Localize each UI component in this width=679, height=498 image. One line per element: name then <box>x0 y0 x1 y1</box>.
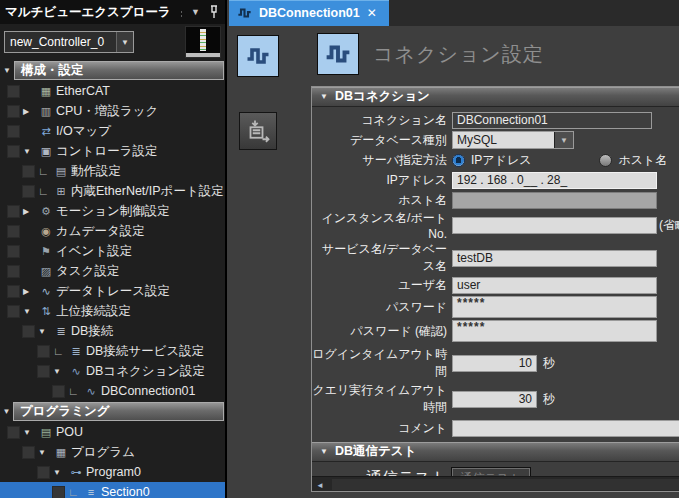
password-confirm-input[interactable]: ***** <box>452 320 657 342</box>
section-header-db-comm-test[interactable]: DB通信テスト <box>312 442 679 462</box>
comment-input[interactable] <box>452 420 679 437</box>
db-service-icon <box>68 345 84 358</box>
expander-icon[interactable] <box>320 447 328 456</box>
section-header-db-connection[interactable]: DBコネクション <box>312 87 679 107</box>
tree-item-io-map[interactable]: I/Oマップ <box>0 121 225 141</box>
scroll-left-arrow-icon[interactable] <box>312 479 328 490</box>
tree-checkbox[interactable] <box>7 285 20 298</box>
expander-icon[interactable] <box>0 407 13 416</box>
expander-icon[interactable] <box>320 92 328 101</box>
pin-icon[interactable] <box>208 5 220 19</box>
tree-item-cam-data-settings[interactable]: カムデータ設定 <box>0 221 225 241</box>
query-timeout-label: クエリ実行タイムアウト時間 <box>312 382 447 416</box>
db-connection-icon <box>317 33 359 75</box>
tree-item-ethercat[interactable]: EtherCAT <box>0 81 225 101</box>
tree-checkbox[interactable] <box>7 145 20 158</box>
service-db-name-input[interactable] <box>452 250 657 267</box>
tree-item-pou[interactable]: POU <box>0 422 225 442</box>
tree-checkbox[interactable] <box>7 105 20 118</box>
ip-address-radio[interactable] <box>452 154 465 167</box>
ip-address-radio-label[interactable]: IPアドレス <box>471 152 531 169</box>
tree-item-controller-settings[interactable]: コントローラ設定 <box>0 141 225 161</box>
expander-icon[interactable] <box>38 448 53 457</box>
scrollbar-thumb[interactable] <box>332 479 679 490</box>
tree-checkbox[interactable] <box>22 325 35 338</box>
chevron-down-icon[interactable] <box>116 32 133 52</box>
tree-item-db-connection-service-settings[interactable]: DB接続サービス設定 <box>0 341 225 361</box>
tree-item-section0[interactable]: Section0 <box>0 482 225 498</box>
tree-checkbox[interactable] <box>22 165 35 178</box>
connection-name-label: コネクション名 <box>312 112 447 129</box>
tree-checkbox[interactable] <box>52 486 65 498</box>
panel-menu-chevron-down-icon[interactable]: ▼ <box>191 7 200 17</box>
tree-item-builtin-ethernet-ip-port[interactable]: 内蔵EtherNet/IPポート設定 <box>0 181 225 201</box>
expander-icon[interactable] <box>23 428 38 437</box>
expander-icon[interactable] <box>23 287 38 296</box>
tree-item-db-connection-settings[interactable]: DBコネクション設定 <box>0 361 225 381</box>
query-timeout-input[interactable] <box>452 391 537 408</box>
database-type-select[interactable]: MySQL <box>452 131 574 149</box>
tree-checkbox[interactable] <box>7 426 20 439</box>
horizontal-scrollbar[interactable] <box>312 476 679 491</box>
expander-icon[interactable] <box>0 66 14 75</box>
tree-checkbox[interactable] <box>7 205 20 218</box>
tree-section-label: プログラミング <box>13 402 224 421</box>
instance-port-label: インスタンス名/ポートNo. <box>312 210 447 241</box>
tree-item-cpu-rack[interactable]: CPU・増設ラック <box>0 101 225 121</box>
expander-icon[interactable] <box>23 307 38 316</box>
login-timeout-input[interactable] <box>452 355 537 372</box>
host-name-radio-label[interactable]: ホスト名 <box>618 152 667 169</box>
tree-item-operation-settings[interactable]: 動作設定 <box>0 161 225 181</box>
tree-checkbox[interactable] <box>7 85 20 98</box>
tree-checkbox[interactable] <box>7 305 20 318</box>
connection-name-input[interactable] <box>452 112 652 129</box>
tree-checkbox[interactable] <box>37 466 50 479</box>
tab-bar: DBConnection01 <box>229 0 679 26</box>
user-name-input[interactable] <box>452 277 657 294</box>
tree-section-configuration[interactable]: 構成・設定 <box>0 61 224 80</box>
password-input[interactable]: ***** <box>452 296 657 318</box>
tree-item-task-settings[interactable]: タスク設定 <box>0 261 225 281</box>
db-connection-fields: コネクション名 データベース種別 MySQL サーバ指定方法 <box>312 107 679 438</box>
tree-checkbox[interactable] <box>22 185 35 198</box>
ip-address-input[interactable] <box>452 172 657 189</box>
tree-item-dbconnection01[interactable]: DBConnection01 <box>0 381 225 401</box>
instance-port-note: (省略時 <box>659 217 679 234</box>
data-mapping-tool-button[interactable] <box>239 112 277 150</box>
tree-item-host-connection-settings[interactable]: 上位接続設定 <box>0 301 225 321</box>
expander-icon[interactable] <box>53 468 68 477</box>
controller-device-image <box>185 26 221 58</box>
tree-item-event-settings[interactable]: イベント設定 <box>0 241 225 261</box>
expander-icon[interactable] <box>53 367 68 376</box>
controller-select[interactable]: new_Controller_0 <box>4 31 134 53</box>
tree-checkbox[interactable] <box>52 385 65 398</box>
tree-checkbox[interactable] <box>7 225 20 238</box>
tree-item-motion-control-settings[interactable]: モーション制御設定 <box>0 201 225 221</box>
expander-icon[interactable] <box>23 147 38 156</box>
tree-checkbox[interactable] <box>7 125 20 138</box>
expander-icon[interactable] <box>23 207 38 216</box>
connection-settings-tool-button[interactable] <box>237 35 279 77</box>
expander-icon[interactable] <box>38 327 53 336</box>
chevron-down-icon[interactable] <box>554 132 573 148</box>
tree-item-data-trace-settings[interactable]: データトレース設定 <box>0 281 225 301</box>
controller-select-value: new_Controller_0 <box>10 35 104 49</box>
tree-item-program0[interactable]: Program0 <box>0 462 225 482</box>
tree-checkbox[interactable] <box>37 365 50 378</box>
multiview-explorer-titlebar: マルチビューエクスプローラ ▼ <box>0 0 225 24</box>
tree-section-programming[interactable]: プログラミング <box>0 402 224 421</box>
tree-item-program-folder[interactable]: プログラム <box>0 442 225 462</box>
expander-icon[interactable] <box>23 107 38 116</box>
tree-checkbox[interactable] <box>22 446 35 459</box>
cam-data-icon <box>38 225 54 238</box>
mapping-icon <box>246 119 270 143</box>
login-timeout-unit: 秒 <box>543 355 555 372</box>
tab-close-icon[interactable] <box>367 6 377 20</box>
tree-checkbox[interactable] <box>37 345 50 358</box>
instance-port-input[interactable] <box>452 217 657 234</box>
tree-checkbox[interactable] <box>7 245 20 258</box>
tree-checkbox[interactable] <box>7 265 20 278</box>
host-name-radio[interactable] <box>599 154 612 167</box>
tree-item-db-connection[interactable]: DB接続 <box>0 321 225 341</box>
tab-dbconnection01[interactable]: DBConnection01 <box>229 0 389 26</box>
